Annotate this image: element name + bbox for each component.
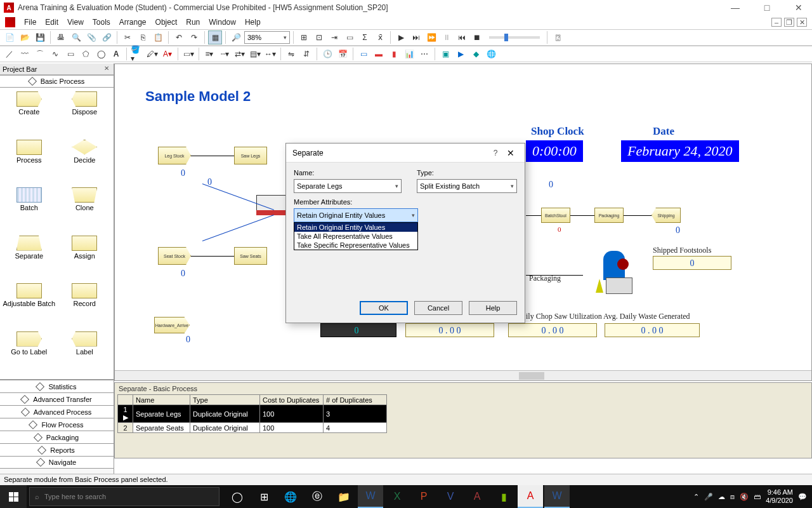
menu-help[interactable]: Help bbox=[245, 18, 261, 27]
magnify-icon[interactable]: 🔎 bbox=[229, 30, 243, 44]
run-step-icon[interactable]: ⏭ bbox=[409, 30, 423, 44]
close-button[interactable]: ✕ bbox=[789, 3, 808, 13]
show-dim-icon[interactable]: ↔▾ bbox=[263, 47, 277, 61]
menu-view[interactable]: View bbox=[67, 18, 84, 27]
polygon-tool-icon[interactable]: ⬠ bbox=[79, 47, 93, 61]
menu-object[interactable]: Object bbox=[155, 18, 178, 27]
line-style-icon[interactable]: ┄▾ bbox=[218, 47, 232, 61]
rect-tool-icon[interactable]: ▭ bbox=[63, 47, 77, 61]
cut-icon[interactable]: ✂ bbox=[121, 30, 134, 44]
flip-v-icon[interactable]: ⇵ bbox=[299, 47, 313, 61]
panel-advanced-transfer[interactable]: Advanced Transfer bbox=[0, 392, 114, 405]
submodel-icon[interactable]: ▭ bbox=[343, 30, 357, 44]
arc-tool-icon[interactable]: ⌒ bbox=[33, 47, 47, 61]
line-color-icon[interactable]: 🖊▾ bbox=[145, 47, 159, 61]
block-saw-legs[interactable]: Saw Legs bbox=[234, 147, 267, 164]
ok-button[interactable]: OK bbox=[360, 301, 408, 315]
taskview-icon[interactable]: ⊞ bbox=[251, 485, 277, 508]
queue-anim-icon[interactable]: ⋯ bbox=[417, 47, 431, 61]
save-icon[interactable]: 💾 bbox=[33, 30, 47, 44]
speed-slider[interactable] bbox=[489, 36, 540, 39]
module-create[interactable]: Create bbox=[1, 91, 57, 136]
module-record[interactable]: Record bbox=[57, 283, 113, 328]
context-help-icon[interactable]: ⍰ bbox=[551, 30, 565, 44]
clock-anim-icon[interactable]: 🕒 bbox=[320, 47, 334, 61]
mdi-close[interactable]: ✕ bbox=[797, 18, 807, 27]
arena-taskbar-icon[interactable]: A bbox=[518, 485, 543, 508]
tray-onedrive-icon[interactable]: ☁ bbox=[718, 493, 725, 501]
table-row[interactable]: 1 ▶Separate LegsDuplicate Original1003 bbox=[118, 405, 387, 423]
explorer-icon[interactable]: 📁 bbox=[331, 485, 357, 508]
member-option-take-specific[interactable]: Take Specific Representative Values bbox=[294, 241, 417, 250]
block-packaging[interactable]: Packaging bbox=[594, 208, 624, 223]
type-combo[interactable]: Split Existing Batch bbox=[417, 179, 517, 193]
block-leg-stock[interactable]: Leg Stock bbox=[158, 147, 191, 164]
level-anim-icon[interactable]: ▬ bbox=[372, 47, 386, 61]
run-go-icon[interactable]: ▶ bbox=[394, 30, 408, 44]
block-seat-stock[interactable]: Seat Stock bbox=[158, 247, 191, 265]
visio-icon[interactable]: V bbox=[438, 485, 463, 508]
menu-edit[interactable]: Edit bbox=[45, 18, 58, 27]
tray-chevron-icon[interactable]: ⌃ bbox=[693, 493, 699, 501]
module-separate[interactable]: Separate bbox=[1, 236, 57, 280]
project-bar-close-icon[interactable]: ✕ bbox=[102, 65, 111, 74]
new-icon[interactable]: 📄 bbox=[3, 30, 16, 44]
table-row[interactable]: 2Separate SeatsDuplicate Original1004 bbox=[118, 423, 387, 433]
name-combo[interactable]: Separate Legs bbox=[294, 179, 402, 193]
panel-flow-process[interactable]: Flow Process bbox=[0, 418, 114, 431]
snap-icon[interactable]: ⊞ bbox=[297, 30, 311, 44]
copy-icon[interactable]: ⎘ bbox=[136, 30, 150, 44]
edge-icon[interactable]: ⓔ bbox=[304, 485, 330, 508]
print-icon[interactable]: 🖶 bbox=[54, 30, 68, 44]
minimize-button[interactable]: — bbox=[726, 3, 745, 13]
preview-icon[interactable]: 🔍 bbox=[69, 30, 83, 44]
panel-packaging[interactable]: Packaging bbox=[0, 431, 114, 443]
block-saw-seats[interactable]: Saw Seats bbox=[234, 247, 267, 265]
menu-run[interactable]: Run bbox=[186, 18, 200, 27]
open-icon[interactable]: 📂 bbox=[18, 30, 32, 44]
member-combo[interactable]: Retain Original Entity Values bbox=[294, 208, 418, 222]
global-anim-icon[interactable]: 🌐 bbox=[484, 47, 498, 61]
menu-window[interactable]: Window bbox=[209, 18, 236, 27]
histogram-anim-icon[interactable]: ▮ bbox=[387, 47, 401, 61]
text-tool-icon[interactable]: A bbox=[109, 47, 123, 61]
system-tray[interactable]: ⌃ 🎤 ☁ ⧈ 🔇 🗃 9:46 AM 4/9/2020 💬 bbox=[688, 488, 812, 505]
line-tool-icon[interactable]: ／ bbox=[3, 47, 16, 61]
module-process[interactable]: Process bbox=[1, 140, 57, 184]
access-icon[interactable]: A bbox=[464, 485, 490, 508]
cortana-icon[interactable]: ◯ bbox=[225, 485, 250, 508]
module-label[interactable]: Label bbox=[57, 331, 113, 376]
panel-advanced-process[interactable]: Advanced Process bbox=[0, 405, 114, 418]
layers-icon[interactable]: ▦ bbox=[208, 30, 222, 44]
word2-icon[interactable]: W bbox=[544, 485, 570, 508]
xbar-icon[interactable]: x̄ bbox=[373, 30, 387, 44]
menu-arrange[interactable]: Arrange bbox=[119, 18, 147, 27]
panel-basic-process[interactable]: Basic Process bbox=[0, 75, 114, 88]
sheet-table[interactable]: NameTypeCost to Duplicates# of Duplicate… bbox=[117, 394, 387, 433]
block-shipping[interactable]: Shipping bbox=[652, 208, 681, 223]
arrow-style-icon[interactable]: ⇄▾ bbox=[233, 47, 247, 61]
fill-color-icon[interactable]: 🪣▾ bbox=[130, 47, 144, 61]
mdi-restore[interactable]: ❐ bbox=[784, 18, 794, 27]
flip-h-icon[interactable]: ⇋ bbox=[284, 47, 298, 61]
menu-file[interactable]: File bbox=[24, 18, 36, 27]
polyline-tool-icon[interactable]: 〰 bbox=[18, 47, 32, 61]
module-assign[interactable]: Assign bbox=[57, 236, 113, 280]
menu-tools[interactable]: Tools bbox=[93, 18, 110, 27]
run-fast-icon[interactable]: ⏩ bbox=[424, 30, 438, 44]
cancel-button[interactable]: Cancel bbox=[414, 301, 462, 315]
tray-mic-icon[interactable]: 🎤 bbox=[704, 493, 713, 501]
module-adjustable-batch[interactable]: Adjustable Batch bbox=[1, 283, 57, 328]
member-option-take-all[interactable]: Take All Representative Values bbox=[294, 232, 417, 241]
tray-volume-icon[interactable]: 🔇 bbox=[740, 493, 749, 501]
ellipse-tool-icon[interactable]: ◯ bbox=[94, 47, 108, 61]
help-button[interactable]: Help bbox=[469, 301, 517, 315]
connect-icon[interactable]: ⇥ bbox=[327, 30, 341, 44]
tray-battery-icon[interactable]: 🗃 bbox=[754, 493, 761, 500]
resource-anim-icon[interactable]: ▣ bbox=[438, 47, 452, 61]
block-hardware[interactable]: Hardware_Arrive bbox=[154, 317, 190, 333]
chrome-icon[interactable]: 🌐 bbox=[278, 485, 303, 508]
run-start-icon[interactable]: ⏮ bbox=[455, 30, 469, 44]
line-width-icon[interactable]: ≡▾ bbox=[202, 47, 216, 61]
block-batchstool[interactable]: BatchStool bbox=[541, 208, 570, 223]
